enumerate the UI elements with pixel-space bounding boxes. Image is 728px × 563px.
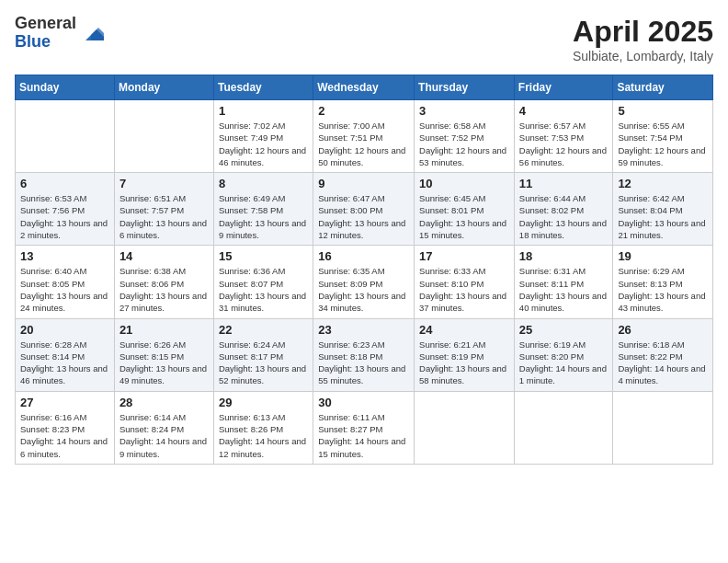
day-info: Sunrise: 6:18 AM Sunset: 8:22 PM Dayligh… <box>618 339 708 387</box>
calendar-cell: 18Sunrise: 6:31 AM Sunset: 8:11 PM Dayli… <box>514 246 613 318</box>
calendar-cell: 15Sunrise: 6:36 AM Sunset: 8:07 PM Dayli… <box>213 246 313 318</box>
calendar-cell: 28Sunrise: 6:14 AM Sunset: 8:24 PM Dayli… <box>114 391 213 464</box>
day-number: 4 <box>519 104 609 118</box>
day-info: Sunrise: 6:33 AM Sunset: 8:10 PM Dayligh… <box>419 265 509 314</box>
calendar-cell <box>514 391 613 464</box>
day-info: Sunrise: 6:31 AM Sunset: 8:11 PM Dayligh… <box>519 265 609 314</box>
month-title: April 2025 <box>573 15 713 49</box>
day-info: Sunrise: 6:24 AM Sunset: 8:17 PM Dayligh… <box>219 339 308 387</box>
logo-icon <box>78 20 104 46</box>
calendar-cell <box>114 100 213 173</box>
calendar-cell: 30Sunrise: 6:11 AM Sunset: 8:27 PM Dayli… <box>313 391 415 464</box>
calendar-cell: 10Sunrise: 6:45 AM Sunset: 8:01 PM Dayli… <box>415 173 515 246</box>
calendar-cell: 7Sunrise: 6:51 AM Sunset: 7:57 PM Daylig… <box>114 173 213 246</box>
day-info: Sunrise: 6:51 AM Sunset: 7:57 PM Dayligh… <box>119 192 209 241</box>
day-info: Sunrise: 6:36 AM Sunset: 8:07 PM Dayligh… <box>219 265 308 314</box>
day-info: Sunrise: 6:11 AM Sunset: 8:27 PM Dayligh… <box>318 411 409 460</box>
calendar-cell: 14Sunrise: 6:38 AM Sunset: 8:06 PM Dayli… <box>114 246 213 318</box>
calendar-cell: 20Sunrise: 6:28 AM Sunset: 8:14 PM Dayli… <box>16 318 115 391</box>
day-number: 7 <box>119 177 209 190</box>
day-number: 26 <box>618 323 708 337</box>
calendar-cell <box>613 391 713 464</box>
day-number: 18 <box>519 249 609 263</box>
day-number: 12 <box>618 177 708 190</box>
day-number: 30 <box>318 396 409 409</box>
day-header-monday: Monday <box>114 75 213 100</box>
day-number: 5 <box>618 104 708 118</box>
day-number: 11 <box>519 177 609 190</box>
calendar-header-row: SundayMondayTuesdayWednesdayThursdayFrid… <box>16 75 713 100</box>
calendar-cell: 3Sunrise: 6:58 AM Sunset: 7:52 PM Daylig… <box>415 100 515 173</box>
logo: General Blue <box>15 15 104 52</box>
day-header-tuesday: Tuesday <box>213 75 313 100</box>
day-number: 25 <box>519 323 609 337</box>
calendar-week-row: 27Sunrise: 6:16 AM Sunset: 8:23 PM Dayli… <box>16 391 713 464</box>
day-number: 22 <box>219 323 308 337</box>
calendar-week-row: 1Sunrise: 7:02 AM Sunset: 7:49 PM Daylig… <box>16 100 713 173</box>
calendar-cell: 4Sunrise: 6:57 AM Sunset: 7:53 PM Daylig… <box>514 100 613 173</box>
day-info: Sunrise: 6:45 AM Sunset: 8:01 PM Dayligh… <box>419 192 509 241</box>
day-number: 9 <box>318 177 409 190</box>
logo-general-text: General <box>15 15 76 33</box>
day-number: 27 <box>20 396 109 409</box>
calendar-cell: 6Sunrise: 6:53 AM Sunset: 7:56 PM Daylig… <box>16 173 115 246</box>
calendar-cell: 9Sunrise: 6:47 AM Sunset: 8:00 PM Daylig… <box>313 173 415 246</box>
svg-marker-1 <box>91 28 104 40</box>
day-info: Sunrise: 7:02 AM Sunset: 7:49 PM Dayligh… <box>219 120 308 168</box>
day-info: Sunrise: 6:44 AM Sunset: 8:02 PM Dayligh… <box>519 192 609 241</box>
day-number: 14 <box>119 249 209 263</box>
calendar-cell: 11Sunrise: 6:44 AM Sunset: 8:02 PM Dayli… <box>514 173 613 246</box>
day-header-thursday: Thursday <box>415 75 515 100</box>
day-header-saturday: Saturday <box>613 75 713 100</box>
day-number: 8 <box>219 177 308 190</box>
day-info: Sunrise: 6:29 AM Sunset: 8:13 PM Dayligh… <box>618 265 708 314</box>
calendar-cell: 29Sunrise: 6:13 AM Sunset: 8:26 PM Dayli… <box>213 391 313 464</box>
day-number: 6 <box>20 177 109 190</box>
day-info: Sunrise: 6:13 AM Sunset: 8:26 PM Dayligh… <box>219 411 308 460</box>
calendar-week-row: 20Sunrise: 6:28 AM Sunset: 8:14 PM Dayli… <box>16 318 713 391</box>
day-number: 13 <box>20 249 109 263</box>
calendar-week-row: 6Sunrise: 6:53 AM Sunset: 7:56 PM Daylig… <box>16 173 713 246</box>
day-info: Sunrise: 6:58 AM Sunset: 7:52 PM Dayligh… <box>419 120 509 168</box>
day-info: Sunrise: 6:28 AM Sunset: 8:14 PM Dayligh… <box>20 339 109 387</box>
day-number: 24 <box>419 323 509 337</box>
day-info: Sunrise: 6:35 AM Sunset: 8:09 PM Dayligh… <box>318 265 409 314</box>
day-info: Sunrise: 6:38 AM Sunset: 8:06 PM Dayligh… <box>119 265 209 314</box>
day-info: Sunrise: 6:16 AM Sunset: 8:23 PM Dayligh… <box>20 411 109 460</box>
day-info: Sunrise: 6:42 AM Sunset: 8:04 PM Dayligh… <box>618 192 708 241</box>
calendar-cell: 25Sunrise: 6:19 AM Sunset: 8:20 PM Dayli… <box>514 318 613 391</box>
calendar-cell: 1Sunrise: 7:02 AM Sunset: 7:49 PM Daylig… <box>213 100 313 173</box>
day-number: 19 <box>618 249 708 263</box>
calendar-cell: 13Sunrise: 6:40 AM Sunset: 8:05 PM Dayli… <box>16 246 115 318</box>
day-info: Sunrise: 6:14 AM Sunset: 8:24 PM Dayligh… <box>119 411 209 460</box>
calendar-cell: 5Sunrise: 6:55 AM Sunset: 7:54 PM Daylig… <box>613 100 713 173</box>
location-text: Sulbiate, Lombardy, Italy <box>573 49 713 63</box>
day-number: 2 <box>318 104 409 118</box>
day-number: 23 <box>318 323 409 337</box>
day-number: 1 <box>219 104 308 118</box>
day-number: 3 <box>419 104 509 118</box>
calendar-cell: 19Sunrise: 6:29 AM Sunset: 8:13 PM Dayli… <box>613 246 713 318</box>
calendar-cell: 23Sunrise: 6:23 AM Sunset: 8:18 PM Dayli… <box>313 318 415 391</box>
day-number: 20 <box>20 323 109 337</box>
day-info: Sunrise: 6:21 AM Sunset: 8:19 PM Dayligh… <box>419 339 509 387</box>
day-number: 16 <box>318 249 409 263</box>
day-info: Sunrise: 7:00 AM Sunset: 7:51 PM Dayligh… <box>318 120 409 168</box>
day-info: Sunrise: 6:26 AM Sunset: 8:15 PM Dayligh… <box>119 339 209 387</box>
calendar-cell <box>16 100 115 173</box>
day-number: 28 <box>119 396 209 409</box>
title-block: April 2025 Sulbiate, Lombardy, Italy <box>573 15 713 63</box>
day-number: 21 <box>119 323 209 337</box>
logo-blue-text: Blue <box>15 33 76 52</box>
calendar-cell: 2Sunrise: 7:00 AM Sunset: 7:51 PM Daylig… <box>313 100 415 173</box>
calendar-cell: 24Sunrise: 6:21 AM Sunset: 8:19 PM Dayli… <box>415 318 515 391</box>
day-header-friday: Friday <box>514 75 613 100</box>
calendar-cell: 21Sunrise: 6:26 AM Sunset: 8:15 PM Dayli… <box>114 318 213 391</box>
day-info: Sunrise: 6:53 AM Sunset: 7:56 PM Dayligh… <box>20 192 109 241</box>
calendar-cell: 22Sunrise: 6:24 AM Sunset: 8:17 PM Dayli… <box>213 318 313 391</box>
day-info: Sunrise: 6:57 AM Sunset: 7:53 PM Dayligh… <box>519 120 609 168</box>
day-info: Sunrise: 6:47 AM Sunset: 8:00 PM Dayligh… <box>318 192 409 241</box>
day-number: 10 <box>419 177 509 190</box>
day-header-wednesday: Wednesday <box>313 75 415 100</box>
calendar-cell <box>415 391 515 464</box>
